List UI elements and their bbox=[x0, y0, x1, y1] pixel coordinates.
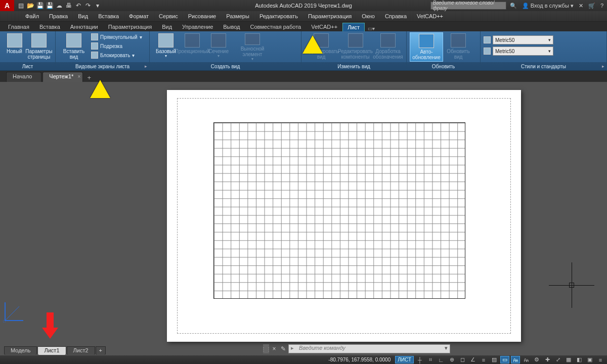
otrack-toggle-icon[interactable]: ∠ bbox=[468, 356, 478, 363]
panel-update-label: Обновить bbox=[407, 62, 480, 70]
panel-styles-label[interactable]: Стили и стандарты bbox=[481, 62, 606, 70]
menu-insert[interactable]: Вставка bbox=[93, 12, 124, 20]
ucs-icon: □ bbox=[2, 299, 26, 326]
menu-format[interactable]: Формат bbox=[124, 12, 154, 20]
menu-bar: Файл Правка Вид Вставка Формат Сервис Ри… bbox=[0, 11, 607, 21]
annotation-scale-icon[interactable]: 🗛 bbox=[511, 356, 520, 363]
tab-view[interactable]: Вид bbox=[157, 22, 177, 31]
tab-param[interactable]: Параметризация bbox=[103, 22, 157, 31]
update-view-button[interactable]: Обновить вид bbox=[443, 32, 473, 62]
transparency-toggle-icon[interactable]: ▨ bbox=[490, 356, 499, 363]
tab-manage[interactable]: Управление bbox=[177, 22, 218, 31]
section-view-button[interactable]: Сечение▾ bbox=[205, 32, 232, 62]
grid-toggle-icon[interactable]: ┼ bbox=[415, 356, 424, 363]
new-layout-button[interactable]: Новый bbox=[3, 32, 26, 62]
lock-viewport-button[interactable]: Блокировать ▾ bbox=[89, 51, 144, 60]
page-setup-button[interactable]: Параметры страницы bbox=[26, 32, 52, 62]
command-input[interactable]: Введите команду bbox=[288, 344, 450, 353]
menu-draw[interactable]: Рисование bbox=[183, 12, 221, 20]
panel-styles: Metric50 Metric50 Стили и стандарты bbox=[481, 31, 607, 70]
section-style-dropdown[interactable]: Metric50 bbox=[493, 35, 553, 44]
search-go-icon[interactable]: 🔍 bbox=[508, 3, 518, 9]
qat-redo-icon[interactable]: ↷ bbox=[83, 1, 93, 10]
symbol-sketch-button[interactable]: Доработка обозначения bbox=[373, 32, 403, 62]
qat-dropdown-icon[interactable]: ▾ bbox=[93, 1, 102, 10]
insert-view-button[interactable]: Вставить вид bbox=[59, 32, 89, 62]
doc-tab-drawing1[interactable]: Чертеж1*× bbox=[42, 72, 83, 82]
tab-home[interactable]: Главная bbox=[3, 22, 34, 31]
layout-tab-model[interactable]: Модель bbox=[4, 346, 37, 355]
qat-plot-icon[interactable]: 🖶 bbox=[64, 1, 73, 10]
hardware-accel-icon[interactable]: ▦ bbox=[564, 356, 573, 363]
tab-output[interactable]: Вывод bbox=[218, 22, 245, 31]
menu-window[interactable]: Окно bbox=[357, 12, 380, 20]
quick-access-toolbar: ▤ 📂 💾 💾 ☁ 🖶 ↶ ↷ ▾ bbox=[14, 1, 104, 10]
menu-dim[interactable]: Размеры bbox=[221, 12, 254, 20]
help-icon[interactable]: ? bbox=[599, 3, 605, 9]
detail-view-button[interactable]: Выносной элемент▾ bbox=[232, 32, 273, 62]
units-icon[interactable]: ⤢ bbox=[553, 356, 562, 363]
cmd-customize-icon[interactable]: ✎ bbox=[279, 345, 287, 352]
edit-components-button[interactable]: Редактировать компоненты bbox=[338, 32, 373, 62]
cart-icon[interactable]: 🛒 bbox=[587, 3, 597, 9]
model-grid bbox=[214, 123, 465, 298]
cmd-grip-icon[interactable]: ⋮⋮ bbox=[263, 344, 269, 353]
rect-viewport-button[interactable]: Прямоугольный ▾ bbox=[89, 32, 144, 41]
login-button[interactable]: 👤 Вход в службы ▾ bbox=[521, 3, 575, 9]
panel-update: Авто- обновление Обновить вид Обновить bbox=[407, 31, 481, 70]
tab-insert[interactable]: Вставка bbox=[34, 22, 65, 31]
qat-open-icon[interactable]: 📂 bbox=[26, 1, 35, 10]
osnap-toggle-icon[interactable]: ◻ bbox=[458, 356, 467, 363]
workspace-switch-icon[interactable]: ⚙ bbox=[532, 356, 541, 363]
qat-new-icon[interactable]: ▤ bbox=[16, 1, 25, 10]
menu-modify[interactable]: Редактировать bbox=[254, 12, 303, 20]
qat-save-icon[interactable]: 💾 bbox=[35, 1, 45, 10]
selection-cycling-icon[interactable]: ▭ bbox=[500, 356, 509, 363]
cmd-close-icon[interactable]: × bbox=[270, 345, 278, 352]
annotation-visibility-icon[interactable]: 🗛 bbox=[522, 356, 531, 363]
layout-viewport[interactable] bbox=[213, 122, 465, 299]
menu-tools[interactable]: Сервис bbox=[154, 12, 183, 20]
tab-layout[interactable]: Лист bbox=[342, 23, 365, 31]
ortho-toggle-icon[interactable]: ∟ bbox=[437, 356, 446, 363]
tab-collab[interactable]: Совместная работа bbox=[245, 22, 307, 31]
exchange-icon[interactable]: ✕ bbox=[577, 3, 585, 9]
polar-toggle-icon[interactable]: ⊕ bbox=[447, 356, 456, 363]
menu-vetcad[interactable]: VetCAD++ bbox=[412, 12, 448, 20]
menu-view[interactable]: Вид bbox=[73, 12, 93, 20]
qat-saveas-icon[interactable]: 💾 bbox=[45, 1, 54, 10]
qat-undo-icon[interactable]: ↶ bbox=[74, 1, 83, 10]
tab-annotate[interactable]: Аннотации bbox=[65, 22, 103, 31]
panel-viewports-label[interactable]: Видовые экраны листа bbox=[56, 62, 149, 70]
base-view-button[interactable]: Базовый▾ bbox=[153, 32, 179, 62]
layout-tab-sheet1[interactable]: Лист1 bbox=[37, 346, 66, 355]
annotation-monitor-icon[interactable]: ✚ bbox=[543, 356, 552, 363]
menu-param[interactable]: Параметризация bbox=[303, 12, 357, 20]
qat-cloud-icon[interactable]: ☁ bbox=[55, 1, 64, 10]
tab-panel-indicator-icon[interactable]: ▭▾ bbox=[368, 26, 375, 31]
annotation-arrow-yellow-1 bbox=[302, 35, 323, 54]
menu-edit[interactable]: Правка bbox=[44, 12, 73, 20]
lineweight-toggle-icon[interactable]: ≡ bbox=[479, 356, 488, 363]
projected-view-button[interactable]: Проекционный bbox=[179, 32, 205, 62]
menu-file[interactable]: Файл bbox=[20, 12, 44, 20]
close-tab-icon[interactable]: × bbox=[77, 74, 80, 79]
doc-tab-drawing1-label: Чертеж1* bbox=[49, 73, 73, 79]
clip-viewport-button[interactable]: Подрезка bbox=[89, 41, 144, 51]
layout-tab-add[interactable]: + bbox=[96, 346, 106, 355]
tab-vetcad[interactable]: VetCAD++ bbox=[306, 22, 342, 31]
clean-screen-icon[interactable]: ▣ bbox=[585, 356, 594, 363]
app-logo[interactable]: A bbox=[0, 0, 14, 11]
insert-view-label: Вставить вид bbox=[59, 49, 89, 60]
customize-status-icon[interactable]: ≡ bbox=[596, 356, 605, 363]
menu-help[interactable]: Справка bbox=[380, 12, 412, 20]
detail-style-dropdown[interactable]: Metric50 bbox=[493, 47, 553, 56]
doc-tab-start[interactable]: Начало bbox=[6, 72, 41, 82]
model-paper-toggle[interactable]: ЛИСТ bbox=[395, 356, 414, 363]
auto-update-button[interactable]: Авто- обновление bbox=[410, 32, 443, 62]
snap-toggle-icon[interactable]: ⌗ bbox=[426, 356, 435, 363]
help-search-input[interactable]: Введите ключевое слово/фразу bbox=[430, 2, 506, 10]
isolate-objects-icon[interactable]: ◧ bbox=[575, 356, 584, 363]
login-label: Вход в службы bbox=[531, 3, 569, 9]
layout-tab-sheet2[interactable]: Лист2 bbox=[67, 346, 95, 355]
